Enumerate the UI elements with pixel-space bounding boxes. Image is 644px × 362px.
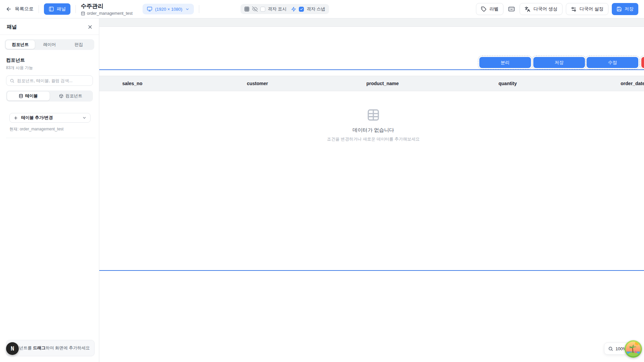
- chevron-down-icon: [185, 7, 190, 11]
- page-title: 수주관리: [81, 2, 132, 10]
- table-header-row: sales_no customer product_name quantity …: [99, 76, 644, 91]
- grid-snap-label: 격자 스냅: [307, 6, 325, 12]
- filter-tab-components[interactable]: 컴포넌트: [50, 92, 92, 101]
- editor-canvas[interactable]: 분리 저장 수정 sales_no customer product_name …: [99, 18, 644, 362]
- save-button[interactable]: 저장: [612, 3, 638, 15]
- nextjs-dev-badge[interactable]: N: [6, 342, 19, 355]
- table-action-button-clipped[interactable]: [641, 57, 644, 68]
- column-header: product_name: [320, 76, 445, 91]
- back-arrow-icon: [6, 6, 12, 12]
- label-button[interactable]: 라벨: [476, 3, 503, 15]
- panel-toggle-button[interactable]: 패널: [44, 3, 70, 15]
- panel-icon: [49, 6, 54, 12]
- panel-title: 패널: [7, 24, 17, 30]
- keyboard-shortcuts-button[interactable]: [507, 4, 516, 14]
- database-icon: [81, 11, 85, 16]
- package-icon: [59, 94, 63, 98]
- search-icon: [10, 78, 14, 83]
- page-title-block: 수주관리 order_management_test: [81, 2, 132, 16]
- lightning-icon: [291, 7, 296, 12]
- tab-components[interactable]: 컴포넌트: [6, 40, 35, 49]
- island-extension-icon[interactable]: [625, 340, 642, 358]
- translate-icon: [525, 6, 530, 12]
- resolution-selector[interactable]: (644 × 362): [143, 4, 194, 14]
- resolution-value: (644 × 362): [155, 7, 182, 12]
- current-table-label: 현재: order_management_test: [9, 126, 90, 132]
- filter-tab-tables[interactable]: 테이블: [7, 92, 50, 101]
- panel-tabs: 컴포넌트 레이어 편집: [5, 39, 94, 50]
- tab-edit[interactable]: 편집: [64, 40, 93, 49]
- grid-options-group: 격자 표시 격자 스냅: [240, 4, 329, 14]
- close-icon[interactable]: [87, 24, 93, 30]
- i18n-settings-button[interactable]: 다국어 설정: [566, 3, 608, 15]
- add-change-table-button[interactable]: 테이블 추가/변경: [9, 113, 91, 123]
- column-header: quantity: [445, 76, 570, 91]
- empty-subtitle: 조건을 변경하거나 새로운 데이터를 추가해보세요: [296, 136, 450, 142]
- empty-title: 데이터가 없습니다: [296, 127, 450, 133]
- tab-layers[interactable]: 레이어: [35, 40, 64, 49]
- chevron-down-icon: [82, 116, 87, 120]
- keyboard-icon: [508, 6, 515, 12]
- table-empty-state: 데이터가 없습니다 조건을 변경하거나 새로운 데이터를 추가해보세요: [296, 108, 450, 142]
- save-icon: [616, 6, 622, 12]
- canvas-top-strip: [99, 18, 644, 27]
- empty-table-icon: [296, 108, 450, 122]
- component-search[interactable]: [6, 75, 93, 86]
- grid-show-label: 격자 표시: [268, 6, 287, 12]
- eye-off-icon: [252, 6, 258, 12]
- component-filter-tabs: 테이블 컴포넌트: [6, 90, 93, 102]
- tag-icon: [481, 6, 486, 12]
- data-table-component[interactable]: sales_no customer product_name quantity …: [99, 69, 644, 271]
- magnifier-icon: [608, 346, 613, 351]
- components-section-title: 컴포넌트: [6, 57, 93, 63]
- grid-show-checkbox[interactable]: [260, 7, 265, 12]
- divider: [0, 35, 99, 35]
- table-subtitle: order_management_test: [87, 11, 132, 16]
- search-input[interactable]: [17, 78, 89, 83]
- divider: [199, 5, 199, 13]
- column-header: sales_no: [99, 76, 195, 91]
- column-header: customer: [195, 76, 320, 91]
- back-to-list-button[interactable]: 목록으로: [6, 6, 34, 12]
- table-action-button-edit[interactable]: 수정: [587, 57, 638, 68]
- component-panel: 패널 컴포넌트 레이어 편집 컴포넌트 83개 사용 가능 테이블 컴포넌: [0, 18, 99, 362]
- grid-icon: [244, 6, 250, 12]
- monitor-icon: [147, 6, 152, 12]
- sliders-icon: [571, 6, 577, 12]
- drag-hint: 컴포넌트를 드래그하여 화면에 추가하세요: [6, 340, 95, 356]
- divider: [39, 5, 39, 13]
- grid-snap-checkbox[interactable]: [299, 7, 304, 12]
- components-count: 83개 사용 가능: [6, 65, 93, 71]
- divider: [6, 138, 96, 138]
- plus-icon: [13, 116, 18, 120]
- table-action-button-save[interactable]: 저장: [533, 57, 585, 68]
- top-toolbar: 목록으로 패널 수주관리 order_management_test (1920…: [0, 0, 644, 18]
- table-action-button-detach[interactable]: 분리: [479, 57, 531, 68]
- back-to-list-label: 목록으로: [15, 6, 34, 12]
- database-icon: [19, 94, 23, 98]
- column-header: order_date: [570, 76, 644, 91]
- i18n-generate-button[interactable]: 다국어 생성: [520, 3, 562, 15]
- divider: [75, 5, 76, 13]
